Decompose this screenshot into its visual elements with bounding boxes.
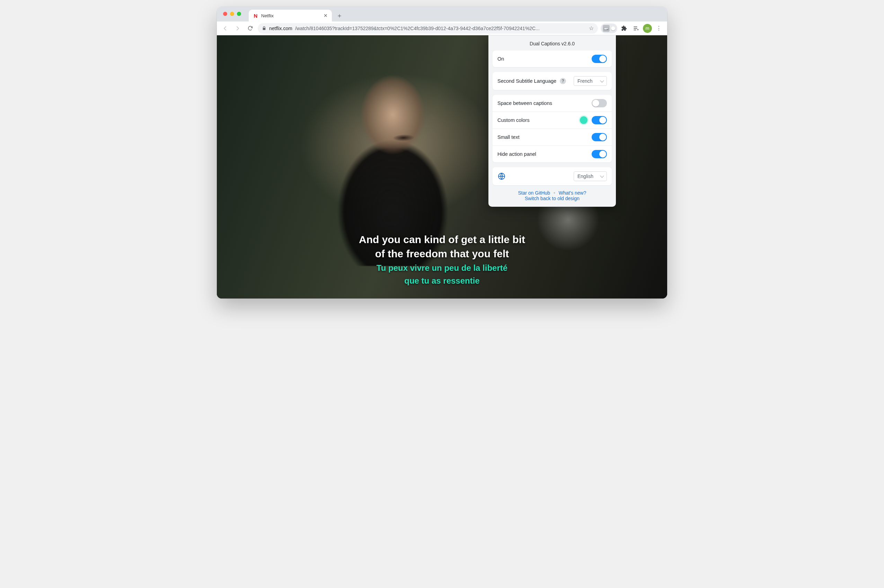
lock-icon bbox=[262, 26, 266, 30]
reload-button[interactable] bbox=[245, 24, 255, 33]
video-subject-illustration-detail bbox=[388, 132, 419, 144]
link-whats-new[interactable]: What's new? bbox=[559, 190, 587, 196]
link-star-github[interactable]: Star on GitHub bbox=[518, 190, 550, 196]
avatar-letter: m bbox=[646, 26, 650, 31]
extension-area: m ⋮ bbox=[601, 24, 664, 33]
url-domain: netflix.com bbox=[269, 26, 293, 31]
globe-icon bbox=[497, 172, 506, 180]
on-toggle[interactable] bbox=[591, 55, 607, 63]
browser-menu-button[interactable]: ⋮ bbox=[654, 24, 664, 33]
hide-panel-toggle[interactable] bbox=[591, 150, 607, 158]
card-ui-language: English bbox=[492, 167, 612, 185]
ui-language-select[interactable]: English bbox=[573, 171, 607, 181]
kebab-icon: ⋮ bbox=[656, 25, 662, 32]
browser-window: N Netflix ✕ ＋ netflix.com /watch/8104603… bbox=[217, 7, 667, 298]
titlebar: N Netflix ✕ ＋ bbox=[217, 7, 667, 21]
active-extension-chip[interactable] bbox=[601, 24, 617, 33]
card-second-language: Second Subtitle Language ? French bbox=[492, 72, 612, 90]
link-old-design[interactable]: Switch back to old design bbox=[525, 196, 579, 201]
window-close-button[interactable] bbox=[223, 12, 227, 16]
help-icon[interactable]: ? bbox=[560, 78, 566, 84]
tab-close-icon[interactable]: ✕ bbox=[324, 13, 328, 18]
caption-secondary-line1: Tu peux vivre un peu de la liberté bbox=[377, 262, 507, 273]
reload-icon bbox=[247, 25, 253, 31]
extension-popup: Dual Captions v2.6.0 On Second Subtitle … bbox=[488, 35, 616, 207]
link-separator: • bbox=[551, 190, 557, 196]
svg-rect-1 bbox=[604, 28, 608, 28]
extension-badge-icon bbox=[603, 25, 610, 32]
puzzle-icon bbox=[621, 25, 627, 32]
custom-colors-toggle[interactable] bbox=[591, 116, 607, 124]
tab-strip: N Netflix ✕ ＋ bbox=[249, 7, 344, 21]
address-bar[interactable]: netflix.com /watch/81046035?trackId=1375… bbox=[258, 23, 598, 34]
small-text-label: Small text bbox=[497, 134, 519, 140]
second-language-value: French bbox=[578, 78, 593, 84]
custom-colors-label: Custom colors bbox=[497, 117, 530, 123]
hide-panel-label: Hide action panel bbox=[497, 152, 536, 157]
profile-avatar[interactable]: m bbox=[643, 24, 652, 33]
extension-toggle-knob bbox=[611, 26, 615, 30]
arrow-left-icon bbox=[222, 25, 228, 32]
caption-primary-line2: of the freedom that you felt bbox=[375, 247, 509, 260]
popup-links: Star on GitHub • What's new? Switch back… bbox=[492, 190, 612, 201]
forward-button[interactable] bbox=[233, 24, 243, 33]
window-controls bbox=[223, 12, 241, 16]
second-language-select[interactable]: French bbox=[573, 76, 607, 86]
on-label: On bbox=[497, 56, 504, 62]
second-language-label: Second Subtitle Language bbox=[497, 78, 556, 84]
netflix-favicon: N bbox=[253, 13, 258, 18]
tab-title: Netflix bbox=[261, 13, 274, 18]
captions-block: And you can kind of get a little bit of … bbox=[217, 233, 667, 286]
caption-secondary-line2: que tu as ressentie bbox=[404, 275, 479, 286]
space-toggle[interactable] bbox=[591, 99, 607, 107]
custom-color-swatch[interactable] bbox=[580, 116, 587, 124]
tab-netflix[interactable]: N Netflix ✕ bbox=[249, 10, 332, 21]
svg-rect-0 bbox=[604, 27, 609, 30]
new-tab-button[interactable]: ＋ bbox=[335, 11, 344, 20]
arrow-right-icon bbox=[234, 25, 241, 32]
card-on: On bbox=[492, 51, 612, 67]
svg-rect-2 bbox=[604, 29, 606, 29]
window-minimize-button[interactable] bbox=[230, 12, 234, 16]
toolbar: netflix.com /watch/81046035?trackId=1375… bbox=[217, 21, 667, 35]
popup-title: Dual Captions v2.6.0 bbox=[492, 41, 612, 46]
extensions-button[interactable] bbox=[619, 24, 629, 33]
page-content: And you can kind of get a little bit of … bbox=[217, 35, 667, 298]
caption-primary-line1: And you can kind of get a little bit bbox=[359, 233, 525, 246]
back-button[interactable] bbox=[220, 24, 230, 33]
space-label: Space between captions bbox=[497, 100, 552, 106]
card-options: Space between captions Custom colors Sma… bbox=[492, 95, 612, 162]
reading-list-button[interactable] bbox=[631, 24, 641, 33]
url-path: /watch/81046035?trackId=13752289&tctx=0%… bbox=[295, 26, 540, 31]
small-text-toggle[interactable] bbox=[591, 133, 607, 141]
reading-list-icon bbox=[633, 25, 639, 32]
ui-language-value: English bbox=[578, 174, 593, 179]
bookmark-star-icon[interactable]: ☆ bbox=[589, 25, 594, 32]
window-maximize-button[interactable] bbox=[237, 12, 241, 16]
